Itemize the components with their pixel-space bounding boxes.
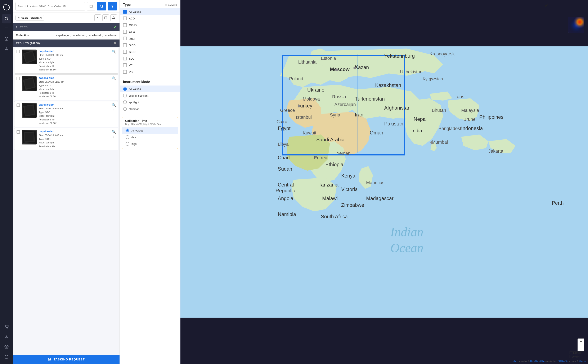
result-search-icon-1[interactable]: 🔍: [112, 50, 116, 53]
results-close-button[interactable]: ✕: [114, 41, 117, 45]
instrument-option-spotlight[interactable]: spotlight: [120, 99, 180, 106]
nav-item-search[interactable]: [2, 14, 11, 23]
svg-text:Moscow: Moscow: [330, 66, 350, 72]
draw-rectangle-button[interactable]: [102, 14, 109, 21]
results-header: RESULTS (10000) ✕: [13, 39, 120, 47]
svg-line-1: [7, 20, 8, 20]
tasking-button-label: TASKING REQUEST: [53, 358, 85, 361]
result-checkbox-2[interactable]: [17, 77, 20, 80]
svg-text:Yekaterinburg: Yekaterinburg: [384, 53, 415, 59]
result-checkbox-1[interactable]: [17, 50, 20, 53]
type-option-acd[interactable]: ACD: [120, 15, 180, 22]
svg-text:Syria: Syria: [330, 112, 340, 117]
type-option-vs[interactable]: VS: [120, 69, 180, 75]
type-checkbox-all_values: ✓: [123, 10, 127, 13]
calendar-button[interactable]: [87, 2, 95, 10]
reset-search-button[interactable]: ✕ RESET SEARCH: [15, 15, 44, 20]
result-item-3[interactable]: capella-geo Start: 05/30/23 9:45 am Type…: [14, 101, 118, 127]
zoom-in-button[interactable]: +: [578, 339, 584, 345]
upload-button[interactable]: [108, 2, 117, 10]
instrument-option-All Values[interactable]: All Values: [120, 85, 180, 92]
svg-point-5: [5, 37, 8, 41]
map-scale: 1000 km 1000 mi: [570, 351, 584, 358]
type-option-sicd[interactable]: SICD: [120, 42, 180, 48]
heatmap-thumbnail[interactable]: [568, 17, 584, 33]
reset-label: RESET SEARCH: [21, 16, 42, 19]
svg-text:Nepal: Nepal: [414, 116, 427, 122]
result-arrow-3[interactable]: ›: [114, 108, 114, 112]
type-option-gec[interactable]: GEC: [120, 28, 180, 35]
result-actions-2: 🔍 ›: [112, 76, 116, 85]
result-arrow-4[interactable]: ›: [114, 135, 114, 138]
instrument-option-sliding-spotlight[interactable]: sliding_spotlight: [120, 92, 180, 99]
svg-text:Laos: Laos: [454, 94, 464, 99]
collection-time-title: Collection Time: [122, 117, 178, 123]
result-search-icon-3[interactable]: 🔍: [112, 103, 116, 107]
collection-time-day[interactable]: day: [122, 134, 178, 141]
svg-point-10: [6, 335, 7, 337]
result-arrow-2[interactable]: ›: [114, 82, 114, 85]
search-header: [13, 0, 120, 13]
result-info-4: capella-sicd Start: 05/30/23 9:45 am Typ…: [39, 130, 110, 148]
search-panel: ✕ RESET SEARCH FILTERS ✓ Collection cape…: [13, 0, 120, 364]
type-option-geo[interactable]: GEO: [120, 35, 180, 42]
osm-link[interactable]: OpenStreetMap: [530, 360, 545, 362]
result-item-2[interactable]: capella-sicd Start: 05/30/23 11:27 am Ty…: [14, 74, 118, 100]
type-option-slc[interactable]: SLC: [120, 55, 180, 62]
instrument-option-stripmap[interactable]: stripmap: [120, 106, 180, 112]
collection-values: capella-geo, capella-sicd, capella-sidd,…: [37, 34, 117, 37]
zoom-out-button[interactable]: −: [578, 345, 584, 351]
draw-polygon-button[interactable]: [110, 14, 117, 21]
svg-text:Kenya: Kenya: [341, 173, 355, 179]
nav-item-data[interactable]: [2, 34, 11, 44]
type-option-vc[interactable]: VC: [120, 62, 180, 69]
svg-text:Eritrea: Eritrea: [314, 155, 327, 160]
nav-item-cart[interactable]: [2, 322, 11, 332]
tasking-request-button[interactable]: TASKING REQUEST: [13, 355, 120, 364]
type-clear-button[interactable]: ✕ CLEAR: [165, 3, 177, 6]
search-actions: ✕ RESET SEARCH: [13, 13, 120, 23]
svg-point-99: [298, 105, 300, 107]
svg-text:Philippines: Philippines: [479, 114, 503, 120]
svg-text:Indonesia: Indonesia: [461, 125, 483, 131]
collection-time-all-values[interactable]: All Values: [122, 127, 178, 134]
type-option-all_values[interactable]: ✓All Values: [120, 8, 180, 15]
svg-text:Tanzania: Tanzania: [319, 182, 339, 188]
svg-text:Krasnoyarsk: Krasnoyarsk: [429, 51, 455, 56]
draw-point-button[interactable]: [94, 14, 101, 21]
type-option-sidd[interactable]: SIDD: [120, 48, 180, 55]
nav-item-user[interactable]: [2, 44, 11, 53]
nav-item-layers[interactable]: [2, 24, 11, 33]
mapbox-link[interactable]: Mapbox: [579, 360, 586, 362]
svg-text:Uzbekistan: Uzbekistan: [400, 69, 422, 74]
result-checkbox-4[interactable]: [17, 130, 20, 134]
scale-mi: 1000 mi: [570, 355, 582, 358]
svg-text:Kyrgyzstan: Kyrgyzstan: [423, 77, 443, 81]
result-item-4[interactable]: capella-sicd Start: 05/30/23 9:45 am Typ…: [14, 128, 118, 150]
svg-point-11: [6, 346, 7, 347]
search-button[interactable]: [97, 2, 106, 10]
nav-item-settings[interactable]: [2, 342, 11, 351]
result-thumbnail-1: [22, 50, 37, 64]
search-input[interactable]: [18, 5, 83, 8]
ccbysa-link[interactable]: CC-BY-SA: [558, 360, 568, 362]
svg-text:Malawi: Malawi: [322, 195, 338, 201]
svg-text:Poland: Poland: [289, 76, 303, 81]
type-option-cphd[interactable]: CPHD: [120, 22, 180, 28]
collection-time-night[interactable]: night: [122, 141, 178, 147]
svg-text:Egypt: Egypt: [278, 125, 291, 131]
svg-text:Victoria: Victoria: [341, 187, 358, 192]
svg-point-100: [430, 141, 433, 144]
map-area[interactable]: Lithuania Estonia Moscow Kazan Yekaterin…: [180, 0, 588, 364]
result-search-icon-2[interactable]: 🔍: [112, 76, 116, 80]
type-checkbox-vs: [123, 70, 127, 74]
nav-item-help[interactable]: [2, 352, 11, 362]
collection-time-subtitle: Day: 6AM - 6PM, Night: 6PM - 6AM: [122, 123, 178, 127]
result-checkbox-3[interactable]: [17, 104, 20, 107]
result-item-1[interactable]: capella-sicd Start: 05/30/23 1:06 pm Typ…: [14, 48, 118, 74]
nav-item-account[interactable]: [2, 332, 11, 341]
instrument-radio-sliding-spotlight: [123, 94, 127, 98]
leaflet-link[interactable]: Leaflet: [511, 360, 517, 362]
result-arrow-1[interactable]: ›: [114, 55, 114, 58]
result-search-icon-4[interactable]: 🔍: [112, 130, 116, 134]
